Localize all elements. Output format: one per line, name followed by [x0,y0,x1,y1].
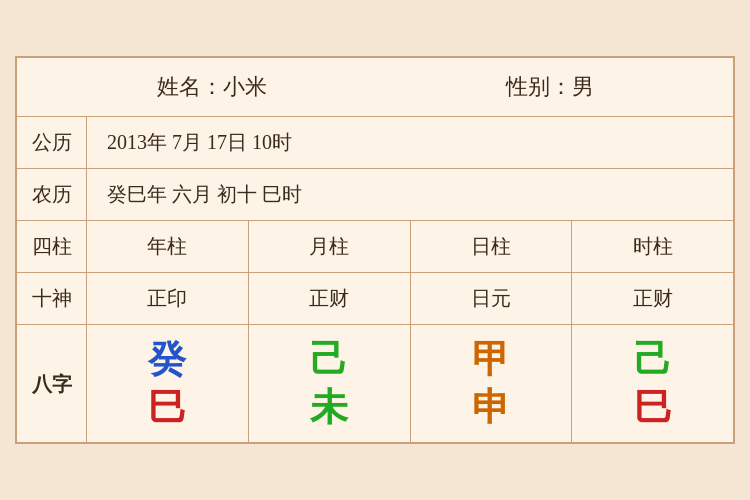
bazi-row: 八字 癸 巳 己 未 甲 申 己 巳 [17,325,733,443]
solar-label: 公历 [17,117,87,168]
bazi-hour-top: 己 [634,339,672,381]
hour-column-label: 时柱 [572,221,733,272]
bazi-month-cell: 己 未 [249,325,411,443]
main-container: 姓名：小米 性别：男 公历 2013年 7月 17日 10时 农历 癸巳年 六月… [15,56,735,445]
gender-label: 性别：男 [506,72,594,102]
lunar-label: 农历 [17,169,87,220]
solar-value: 2013年 7月 17日 10时 [87,117,733,168]
shishen-year: 正印 [87,273,249,324]
bazi-month-bottom: 未 [310,387,348,429]
bazi-label: 八字 [32,373,72,395]
bazi-label-cell: 八字 [17,325,87,443]
shishen-day: 日元 [411,273,573,324]
day-column-label: 日柱 [411,221,573,272]
bazi-hour-cell: 己 巳 [572,325,733,443]
bazi-month-top: 己 [310,339,348,381]
lunar-value: 癸巳年 六月 初十 巳时 [87,169,733,220]
shishen-hour: 正财 [572,273,733,324]
bazi-year-bottom: 巳 [148,387,186,429]
shishen-label: 十神 [17,273,87,324]
solar-row: 公历 2013年 7月 17日 10时 [17,117,733,169]
columns-label: 四柱 [17,221,87,272]
name-label: 姓名：小米 [157,72,267,102]
columns-row: 四柱 年柱 月柱 日柱 时柱 [17,221,733,273]
month-column-label: 月柱 [249,221,411,272]
shishen-month: 正财 [249,273,411,324]
header-row: 姓名：小米 性别：男 [17,58,733,117]
shishen-row: 十神 正印 正财 日元 正财 [17,273,733,325]
bazi-day-bottom: 申 [472,387,510,429]
bazi-year-cell: 癸 巳 [87,325,249,443]
bazi-hour-bottom: 巳 [634,387,672,429]
bazi-day-cell: 甲 申 [411,325,573,443]
bazi-year-top: 癸 [148,339,186,381]
year-column-label: 年柱 [87,221,249,272]
bazi-day-top: 甲 [472,339,510,381]
lunar-row: 农历 癸巳年 六月 初十 巳时 [17,169,733,221]
